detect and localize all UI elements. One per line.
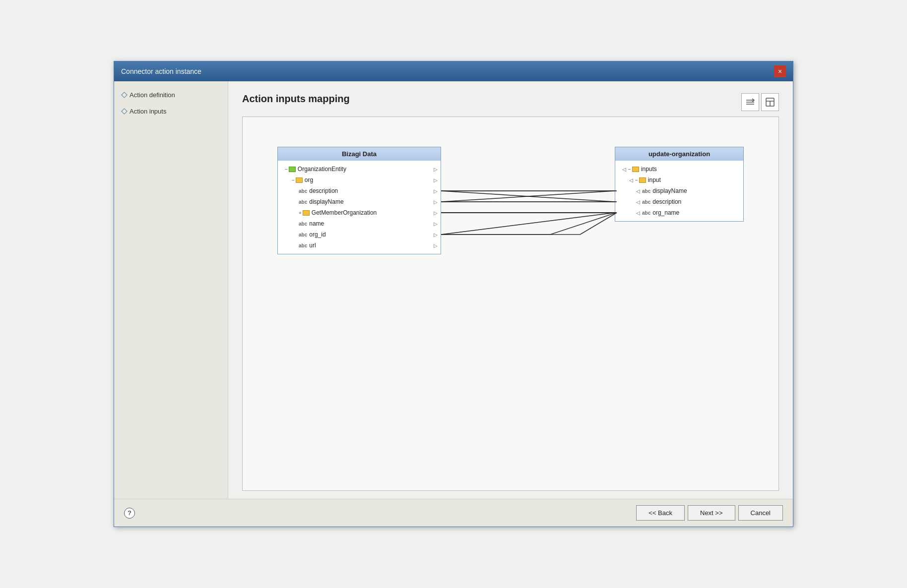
tree-row-displayname: abc displayName ▷: [278, 196, 441, 207]
arrow-icon-displayname: ▷: [434, 199, 438, 205]
folder-getmember-icon: [303, 210, 310, 216]
page-title: Action inputs mapping: [242, 93, 779, 105]
right-label-description: description: [652, 198, 681, 205]
abc-icon-url: abc: [299, 243, 307, 248]
main-content: Action inputs mapping: [228, 81, 793, 499]
tree-row-url: abc url ▷: [278, 240, 441, 251]
abc-icon-orgid: abc: [299, 232, 307, 237]
mapping-area: Bizagi Data − OrganizationEntity ▷ −: [242, 117, 779, 491]
folder-yellow-icon: [296, 177, 303, 183]
abc-icon-right-description: abc: [642, 199, 650, 205]
tree-label-url: url: [309, 242, 316, 249]
tree-label-name: name: [309, 220, 324, 227]
back-button[interactable]: << Back: [636, 505, 685, 521]
expand-icon-org[interactable]: −: [292, 177, 295, 183]
arrow-icon-desc: ▷: [434, 188, 438, 194]
abc-icon-right-orgname: abc: [642, 210, 650, 216]
title-bar: Connector action instance ×: [114, 61, 793, 81]
left-panel-header: Bizagi Data: [278, 147, 441, 161]
abc-icon-right-displayname: abc: [642, 188, 650, 194]
help-button[interactable]: ?: [124, 508, 135, 519]
arrow-icon-orgid: ▷: [434, 232, 438, 237]
footer-right: << Back Next >> Cancel: [636, 505, 783, 521]
svg-line-13: [441, 191, 615, 202]
tree-label-getmember: GetMemberOrganization: [312, 209, 377, 216]
right-panel-header: update-organization: [615, 147, 743, 161]
toolbar: [741, 93, 779, 111]
left-arrow-orgname: ◁: [636, 210, 640, 216]
right-panel-body: ◁ − inputs ◁ − input: [615, 161, 743, 221]
arrow-icon-getmember: ▷: [434, 210, 438, 216]
left-arrow-input: ◁: [629, 177, 633, 183]
footer-left: ?: [124, 508, 135, 519]
tree-label-displayname: displayName: [309, 198, 343, 205]
dialog-body: Action definition Action inputs Action i…: [114, 81, 793, 499]
toolbar-button-mapping[interactable]: [741, 93, 759, 111]
mapping-icon: [745, 97, 755, 107]
arrow-icon-org: ▷: [434, 177, 438, 183]
folder-input-icon: [639, 177, 646, 183]
right-row-displayname: ◁ abc displayName: [615, 185, 743, 196]
right-label-orgname: org_name: [652, 209, 679, 216]
svg-line-12: [441, 191, 615, 202]
sidebar-item-action-definition[interactable]: Action definition: [122, 91, 220, 99]
dialog-footer: ? << Back Next >> Cancel: [114, 499, 793, 527]
toolbar-button-layout[interactable]: [761, 93, 779, 111]
expand-icon[interactable]: −: [285, 167, 288, 172]
right-label-displayname: displayName: [652, 187, 687, 194]
arrow-icon: ▷: [434, 167, 438, 172]
arrow-icon-name: ▷: [434, 221, 438, 227]
right-row-description: ◁ abc description: [615, 196, 743, 207]
tree-row-org: − org ▷: [278, 175, 441, 185]
tree-label-org: org: [305, 176, 313, 183]
left-arrow-description: ◁: [636, 199, 640, 205]
tree-row-getmember: + GetMemberOrganization ▷: [278, 207, 441, 218]
left-arrow-displayname: ◁: [636, 188, 640, 194]
arrow-icon-url: ▷: [434, 243, 438, 248]
diamond-icon: [121, 92, 128, 98]
svg-line-11: [580, 213, 617, 235]
abc-icon-desc: abc: [299, 188, 307, 194]
tree-row-organization-entity: − OrganizationEntity ▷: [278, 164, 441, 175]
sidebar-label-action-definition: Action definition: [130, 91, 175, 99]
right-row-orgname: ◁ abc org_name: [615, 207, 743, 218]
expand-icon-input[interactable]: −: [635, 177, 638, 183]
svg-line-15: [441, 213, 615, 235]
tree-label-orgid: org_id: [309, 231, 325, 238]
folder-inputs-icon: [632, 167, 639, 172]
abc-icon-name: abc: [299, 221, 307, 227]
tree-label-organization-entity: OrganizationEntity: [298, 166, 346, 173]
close-button[interactable]: ×: [774, 65, 786, 77]
tree-row-description: abc description ▷: [278, 185, 441, 196]
tree-label-description: description: [309, 187, 338, 194]
abc-icon-displayname: abc: [299, 199, 307, 205]
cancel-button[interactable]: Cancel: [738, 505, 783, 521]
folder-green-icon: [289, 167, 296, 172]
right-label-inputs: inputs: [641, 166, 657, 173]
expand-icon-inputs[interactable]: −: [628, 167, 631, 172]
sidebar-item-action-inputs[interactable]: Action inputs: [122, 108, 220, 115]
dialog: Connector action instance × Action defin…: [114, 61, 793, 527]
left-panel-body: − OrganizationEntity ▷ − org ▷: [278, 161, 441, 254]
left-tree-panel: Bizagi Data − OrganizationEntity ▷ −: [277, 147, 441, 254]
layout-icon: [765, 97, 775, 107]
sidebar: Action definition Action inputs: [114, 81, 228, 499]
right-tree-panel: update-organization ◁ − inputs ◁ −: [615, 147, 744, 222]
tree-row-name: abc name ▷: [278, 218, 441, 229]
left-arrow-inputs: ◁: [622, 167, 626, 172]
next-button[interactable]: Next >>: [688, 505, 735, 521]
expand-icon-getmember[interactable]: +: [299, 210, 302, 216]
right-row-inputs: ◁ − inputs: [615, 164, 743, 175]
right-label-input: input: [648, 176, 661, 183]
tree-row-orgid: abc org_id ▷: [278, 229, 441, 240]
sidebar-label-action-inputs: Action inputs: [130, 108, 166, 115]
right-row-input: ◁ − input: [615, 175, 743, 185]
diamond-icon-2: [121, 108, 128, 115]
dialog-title: Connector action instance: [121, 67, 201, 75]
